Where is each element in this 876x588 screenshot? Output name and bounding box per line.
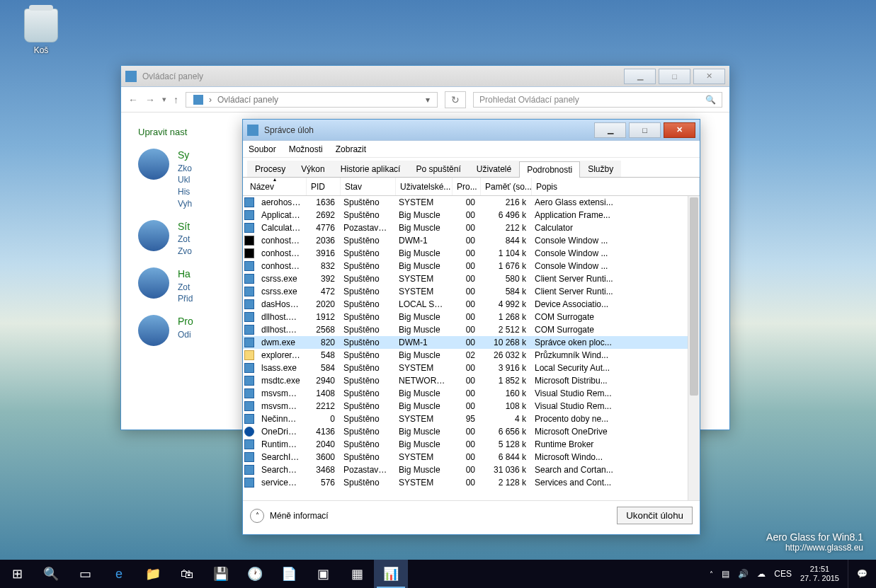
table-row[interactable]: msvsmon.exe2212SpuštěnoBig Muscle00108 k…	[243, 400, 700, 413]
control-panel-titlebar[interactable]: Ovládací panely ✕	[121, 66, 729, 87]
end-task-button[interactable]: Ukončit úlohu	[617, 507, 693, 524]
col-memory[interactable]: Paměť (so...	[481, 178, 532, 195]
start-button[interactable]: ⊞	[0, 560, 34, 588]
col-pid[interactable]: PID	[307, 178, 341, 195]
close-button[interactable]: ✕	[693, 69, 725, 84]
category-sublink[interactable]: Odi	[178, 329, 193, 341]
table-row[interactable]: SearchUI.exe3468PozastavenoBig Muscle003…	[243, 463, 700, 476]
cell-pid: 3916	[305, 248, 339, 258]
cell-pid: 2568	[305, 325, 339, 335]
tab-podrobnosti[interactable]: Podrobnosti	[519, 161, 580, 178]
category-sublink[interactable]: Zko	[178, 163, 192, 175]
tray-volume-icon[interactable]: 🔊	[738, 569, 749, 579]
tab-výkon[interactable]: Výkon	[293, 161, 332, 177]
col-cpu[interactable]: Pro...	[453, 178, 481, 195]
table-row[interactable]: dllhost.exe2568SpuštěnoBig Muscle002 512…	[243, 323, 700, 336]
category-sublink[interactable]: Ukl	[178, 174, 192, 186]
taskbar-store[interactable]: 🛍	[170, 560, 204, 588]
category-sublink[interactable]: His	[178, 186, 192, 198]
table-row[interactable]: Nečinné pro...0SpuštěnoSYSTEM954 kProcen…	[243, 413, 700, 425]
category-sublink[interactable]: Vyh	[178, 198, 192, 210]
nav-back-icon[interactable]: ←	[128, 94, 138, 105]
taskbar-app1[interactable]: 💾	[204, 560, 238, 588]
category-sublink[interactable]: Zot	[178, 234, 192, 246]
table-row[interactable]: RuntimeBro...2040SpuštěnoBig Muscle005 1…	[243, 438, 700, 451]
nav-history-icon[interactable]: ▾	[162, 95, 166, 104]
cell-pid: 2940	[305, 376, 339, 386]
recycle-bin-icon[interactable]: Koš	[14, 8, 68, 55]
col-description[interactable]: Popis	[532, 178, 700, 195]
cell-cpu: 00	[451, 210, 479, 220]
taskbar-app3[interactable]: 📄	[272, 560, 306, 588]
tray-clock[interactable]: 21:51 27. 7. 2015	[800, 565, 839, 582]
table-row[interactable]: explorer.exe548SpuštěnoBig Muscle0226 03…	[243, 349, 700, 362]
minimize-button[interactable]	[624, 69, 656, 84]
menu-options[interactable]: Možnosti	[289, 144, 323, 154]
search-box[interactable]: Prohledat Ovládací panely 🔍	[473, 92, 722, 108]
category-sublink[interactable]: Zot	[178, 282, 193, 294]
menu-view[interactable]: Zobrazit	[336, 144, 366, 154]
category-head[interactable]: Sy	[178, 149, 192, 163]
table-row[interactable]: conhost.exe832SpuštěnoBig Muscle001 676 …	[243, 260, 700, 272]
task-manager-titlebar[interactable]: Správce úloh	[243, 120, 700, 141]
tray-overflow-icon[interactable]: ˄	[710, 570, 713, 578]
col-name[interactable]: Název	[243, 178, 307, 195]
taskbar-taskview[interactable]: ▭	[68, 560, 102, 588]
table-row[interactable]: lsass.exe584SpuštěnoSYSTEM003 916 kLocal…	[243, 362, 700, 374]
table-row[interactable]: csrss.exe472SpuštěnoSYSTEM00584 kClient …	[243, 285, 700, 298]
table-row[interactable]: msvsmon.exe1408SpuštěnoBig Muscle00160 k…	[243, 387, 700, 400]
category-sublink[interactable]: Přid	[178, 293, 193, 305]
taskbar-explorer[interactable]: 📁	[136, 560, 170, 588]
taskbar-task-manager[interactable]: 📊	[374, 560, 408, 588]
maximize-button[interactable]	[629, 122, 661, 138]
taskbar-app4[interactable]: ▣	[306, 560, 340, 588]
scrollbar[interactable]	[688, 196, 700, 500]
taskbar-edge[interactable]: e	[102, 560, 136, 588]
notification-center-button[interactable]: 💬	[848, 560, 876, 588]
table-row[interactable]: Application...2692SpuštěnoBig Muscle006 …	[243, 209, 700, 221]
taskbar-search[interactable]: 🔍	[34, 560, 68, 588]
table-row[interactable]: services.exe576SpuštěnoSYSTEM002 128 kSe…	[243, 476, 700, 489]
table-row[interactable]: SearchInde...3600SpuštěnoSYSTEM006 844 k…	[243, 451, 700, 463]
tray-language[interactable]: CES	[774, 569, 792, 579]
refresh-button[interactable]: ↻	[445, 91, 466, 108]
category-head[interactable]: Ha	[178, 267, 193, 282]
table-row[interactable]: dllhost.exe1912SpuštěnoBig Muscle001 268…	[243, 311, 700, 323]
table-row[interactable]: csrss.exe392SpuštěnoSYSTEM00580 kClient …	[243, 272, 700, 285]
tab-služby[interactable]: Služby	[580, 161, 621, 177]
minimize-button[interactable]	[594, 122, 626, 138]
table-row[interactable]: Calculator.exe4776PozastavenoBig Muscle0…	[243, 221, 700, 234]
menu-file[interactable]: Soubor	[249, 144, 276, 154]
nav-forward-icon[interactable]: →	[145, 94, 155, 105]
col-status[interactable]: Stav	[341, 178, 396, 195]
cell-cpu: 00	[451, 223, 479, 233]
fewer-details-button[interactable]: ˄ Méně informací	[250, 509, 329, 523]
tray-network-icon[interactable]: ▤	[722, 569, 729, 579]
close-button[interactable]	[664, 122, 695, 138]
breadcrumb[interactable]: › Ovládací panely ▾	[186, 92, 438, 108]
table-row[interactable]: dasHost.exe2020SpuštěnoLOCAL SE...004 99…	[243, 298, 700, 311]
taskbar-app2[interactable]: 🕐	[238, 560, 272, 588]
cell-pid: 584	[305, 363, 339, 373]
tab-historie-aplikací[interactable]: Historie aplikací	[333, 161, 409, 177]
nav-up-icon[interactable]: ↑	[174, 94, 178, 105]
table-row[interactable]: msdtc.exe2940SpuštěnoNETWORK...001 852 k…	[243, 374, 700, 387]
tab-procesy[interactable]: Procesy	[247, 161, 293, 177]
category-head[interactable]: Pro	[178, 315, 193, 329]
tab-uživatelé[interactable]: Uživatelé	[469, 161, 519, 177]
maximize-button[interactable]	[659, 69, 690, 84]
category-sublink[interactable]: Zvo	[178, 246, 192, 258]
taskbar-app5[interactable]: ▦	[340, 560, 374, 588]
scrollbar-thumb[interactable]	[690, 197, 698, 396]
table-row[interactable]: OneDrive.exe4136SpuštěnoBig Muscle006 65…	[243, 425, 700, 438]
table-row[interactable]: conhost.exe2036SpuštěnoDWM-100844 kConso…	[243, 234, 700, 247]
table-row[interactable]: aerohost.exe1636SpuštěnoSYSTEM00216 kAer…	[243, 196, 700, 209]
table-row[interactable]: conhost.exe3916SpuštěnoBig Muscle001 104…	[243, 247, 700, 260]
task-manager-window[interactable]: Správce úloh Soubor Možnosti Zobrazit Pr…	[242, 119, 700, 535]
col-user[interactable]: Uživatelské...	[396, 178, 453, 195]
tab-po-spuštění[interactable]: Po spuštění	[408, 161, 468, 177]
app-icon: ▣	[317, 566, 329, 582]
tray-onedrive-icon[interactable]: ☁	[757, 569, 766, 579]
category-head[interactable]: Sít	[178, 220, 192, 234]
table-row[interactable]: dwm.exe820SpuštěnoDWM-10010 268 kSprávce…	[243, 336, 700, 349]
